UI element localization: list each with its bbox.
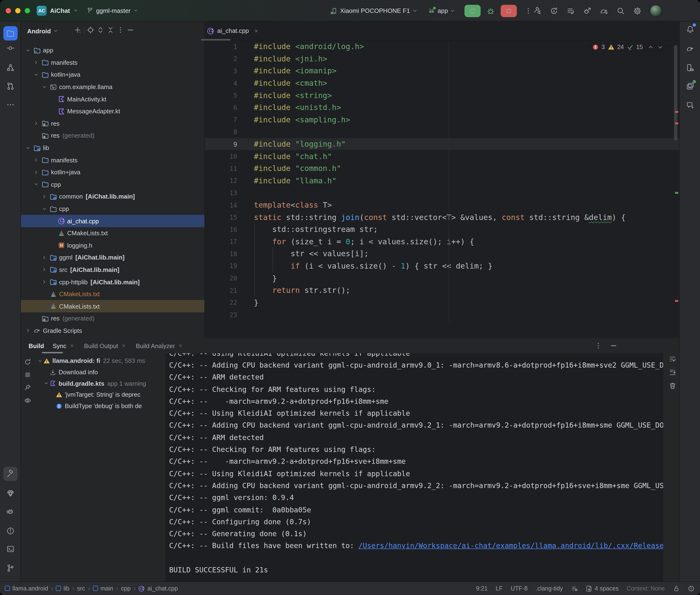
chevron-right-icon[interactable]	[34, 121, 39, 126]
inspections-widget[interactable]: 3 24 15	[589, 42, 666, 52]
add-icon[interactable]	[74, 26, 81, 34]
code-line-11[interactable]: 11#include "common.h"	[205, 162, 679, 174]
pin-tab-button[interactable]	[21, 381, 34, 394]
build-tree-item[interactable]: 'jvmTarget: String' is deprec	[34, 389, 166, 400]
code-line-23[interactable]: 23	[205, 309, 679, 321]
close-window-button[interactable]	[6, 8, 11, 13]
commit-tool-button[interactable]	[3, 41, 18, 55]
code-line-16[interactable]: 16 std::ostringstream str;	[205, 223, 679, 235]
line-number[interactable]: 7	[205, 116, 237, 123]
gradle-tool-button[interactable]	[683, 41, 697, 56]
chevron-down-icon[interactable]	[26, 145, 31, 150]
line-number[interactable]: 4	[205, 79, 237, 87]
project-tree-item-gradle-scripts[interactable]: Gradle Scripts	[21, 324, 204, 337]
project-tree-item-app[interactable]: app	[21, 44, 204, 56]
previous-problem-icon[interactable]	[648, 44, 653, 50]
expand-all-icon[interactable]	[97, 26, 104, 34]
structure-tool-button[interactable]	[3, 60, 18, 75]
project-tree-item-cpp-httplib[interactable]: cpp-httplib[AiChat.lib.main]	[21, 276, 204, 288]
chevron-right-icon[interactable]	[34, 158, 39, 162]
gradle-sync-icon[interactable]	[599, 6, 608, 15]
project-tool-button[interactable]	[3, 26, 18, 40]
code-line-4[interactable]: 4#include <cmath>	[205, 77, 679, 89]
indent-config[interactable]: 4 spaces	[586, 585, 619, 592]
encoding[interactable]: UTF-8	[511, 585, 528, 592]
chevron-right-icon[interactable]	[42, 255, 48, 260]
pull-requests-tool-button[interactable]	[3, 79, 18, 93]
line-ending[interactable]: LF	[496, 585, 503, 592]
project-tree-item-com-example-llama[interactable]: com.example.llama	[21, 81, 204, 93]
rerun-sync-button[interactable]	[21, 355, 34, 368]
error-stripe-mark[interactable]	[675, 122, 678, 124]
editor-scrollbar[interactable]	[674, 45, 677, 140]
error-stripe-mark[interactable]	[675, 111, 678, 113]
attach-debugger-icon[interactable]	[583, 6, 591, 15]
app-quality-insights-button[interactable]	[3, 486, 18, 501]
zoom-window-button[interactable]	[25, 8, 30, 13]
code-line-18[interactable]: 18 str << values[i];	[205, 248, 679, 260]
project-widget[interactable]: AC AiChat	[37, 5, 78, 16]
project-tree-item-messageadapter-kt[interactable]: MessageAdapter.kt	[21, 105, 204, 117]
running-devices-button[interactable]	[683, 79, 697, 93]
breadcrumb-src[interactable]: src	[77, 585, 85, 592]
close-tab-icon[interactable]	[178, 343, 183, 348]
code-line-9[interactable]: 9#include "logging.h"	[205, 138, 679, 150]
more-run-options-icon[interactable]	[525, 7, 532, 15]
line-number[interactable]: 19	[205, 262, 237, 270]
project-tree-item-lib[interactable]: lib	[21, 142, 204, 154]
code-line-21[interactable]: 21 return str.str();	[205, 284, 679, 296]
console-link[interactable]: /Users/hanyin/Workspace/ai-chat/examples…	[359, 542, 663, 550]
project-tree-item-manifests[interactable]: manifests	[21, 56, 204, 68]
chevron-right-icon[interactable]	[26, 328, 31, 333]
project-tree-item-cmakelists-txt[interactable]: CMakeLists.txt	[21, 300, 204, 312]
code-line-20[interactable]: 20 }	[205, 272, 679, 284]
breadcrumb-lib[interactable]: lib	[56, 585, 69, 592]
code-line-5[interactable]: 5#include <string>	[205, 89, 679, 102]
code-editor[interactable]: 1#include <android/log.h>2#include <jni.…	[205, 40, 679, 338]
code-line-10[interactable]: 10#include "chat.h"	[205, 150, 679, 162]
code-line-12[interactable]: 12#include "llama.h"	[205, 174, 679, 187]
next-problem-icon[interactable]	[657, 44, 663, 50]
breadcrumb-main[interactable]: main	[93, 585, 113, 592]
scroll-to-end-icon[interactable]	[669, 369, 676, 376]
build-tree-item[interactable]: build.gradle.ktsapp 1 warning	[34, 378, 166, 389]
device-manager-button[interactable]	[683, 60, 697, 75]
code-line-17[interactable]: 17 for (size_t i = 0; i < values.size();…	[205, 235, 679, 248]
recent-changes-icon[interactable]	[566, 6, 575, 15]
code-line-15[interactable]: 15static std::string join(const std::vec…	[205, 211, 679, 223]
project-tree-item-ai-chat-cpp[interactable]: Cai_chat.cpp	[21, 215, 204, 227]
build-tab-build-output[interactable]: Build Output	[79, 338, 131, 353]
hide-panel-icon[interactable]	[127, 26, 134, 34]
project-tree-item-common[interactable]: common[AiChat.lib.main]	[21, 191, 204, 203]
context[interactable]: Context: None	[627, 585, 665, 592]
line-number[interactable]: 20	[205, 274, 237, 282]
line-number[interactable]: 3	[205, 67, 237, 75]
breadcrumb-ai-chat-cpp[interactable]: Cai_chat.cpp	[138, 585, 178, 592]
line-number[interactable]: 15	[205, 213, 237, 221]
breadcrumb-cpp[interactable]: cpp	[121, 585, 131, 592]
rerun-app-button[interactable]	[465, 4, 481, 17]
device-selector[interactable]: Xiaomi POCOPHONE F1	[331, 7, 417, 14]
code-line-22[interactable]: 22}	[205, 296, 679, 309]
problems-tool-button[interactable]	[3, 524, 18, 538]
line-number[interactable]: 16	[205, 225, 237, 233]
build-tab-build-analyzer[interactable]: Build Analyzer	[131, 338, 188, 353]
project-tree-item-logging-h[interactable]: Hlogging.h	[21, 239, 204, 251]
minimize-window-button[interactable]	[15, 8, 21, 13]
code-line-19[interactable]: 19 if (i < values.size() - 1) { str << d…	[205, 260, 679, 272]
stop-app-button[interactable]	[501, 4, 517, 17]
chevron-down-icon[interactable]	[34, 73, 39, 77]
line-number[interactable]: 8	[205, 128, 237, 136]
highlighting-level-icon[interactable]	[571, 585, 578, 592]
vcs-stripe-mark[interactable]	[675, 192, 678, 194]
line-number[interactable]: 10	[205, 152, 237, 160]
clear-all-icon[interactable]	[669, 382, 676, 390]
soft-wrap-icon[interactable]	[669, 355, 676, 363]
close-tab-icon[interactable]	[121, 343, 126, 348]
line-number[interactable]: 13	[205, 189, 237, 197]
build-tree-item[interactable]: BuildType 'debug' is both de	[34, 400, 166, 412]
line-number[interactable]: 18	[205, 250, 237, 258]
event-log-icon[interactable]	[688, 585, 694, 592]
code-line-7[interactable]: 7#include <sampling.h>	[205, 114, 679, 126]
stop-sync-button[interactable]	[21, 368, 34, 381]
